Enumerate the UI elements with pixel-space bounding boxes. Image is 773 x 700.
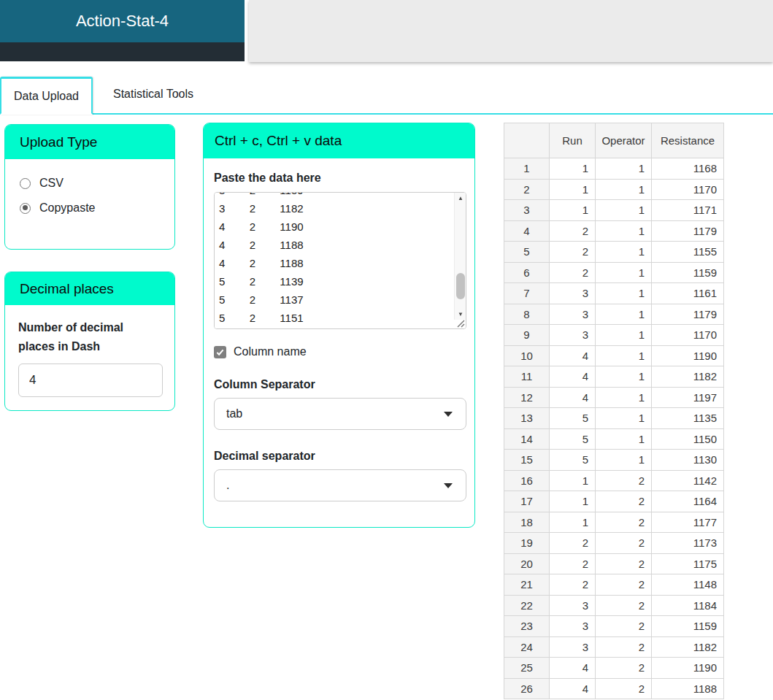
table-cell[interactable]: 1182 — [652, 636, 724, 658]
table-cell-index[interactable]: 17 — [504, 491, 550, 512]
table-cell[interactable]: 2 — [550, 553, 596, 574]
table-cell[interactable]: 1 — [596, 408, 652, 429]
table-cell[interactable]: 1188 — [652, 678, 724, 699]
table-cell[interactable]: 1197 — [652, 387, 724, 408]
table-cell[interactable]: 5 — [550, 428, 596, 450]
table-cell[interactable]: 3 — [550, 636, 596, 658]
table-cell[interactable]: 1 — [596, 262, 652, 283]
decimal-separator-dropdown[interactable]: . — [214, 469, 466, 501]
table-cell[interactable]: 1 — [596, 179, 652, 200]
table-cell[interactable]: 1 — [596, 242, 652, 263]
table-cell[interactable]: 2 — [596, 678, 652, 699]
table-cell[interactable]: 1 — [550, 470, 596, 491]
table-cell[interactable]: 3 — [550, 616, 596, 637]
table-cell[interactable]: 1168 — [652, 158, 724, 180]
table-cell-index[interactable]: 21 — [504, 574, 550, 596]
table-cell[interactable]: 2 — [596, 470, 652, 491]
table-cell[interactable]: 1 — [550, 200, 596, 221]
table-cell[interactable]: 1 — [596, 345, 652, 366]
table-cell[interactable]: 2 — [550, 242, 596, 263]
scrollbar-thumb[interactable] — [456, 273, 465, 299]
table-cell[interactable]: 1142 — [652, 470, 724, 491]
table-cell[interactable]: 1 — [596, 325, 652, 346]
column-separator-dropdown[interactable]: tab — [214, 398, 466, 430]
table-cell-index[interactable]: 18 — [504, 512, 550, 533]
table-cell[interactable]: 4 — [550, 345, 596, 366]
table-cell-index[interactable]: 11 — [504, 366, 550, 388]
table-cell-index[interactable]: 9 — [504, 325, 550, 346]
tab-statistical-tools[interactable]: Statistical Tools — [93, 75, 214, 113]
table-cell-index[interactable]: 25 — [504, 658, 550, 679]
table-cell-index[interactable]: 5 — [504, 242, 550, 263]
table-cell-index[interactable]: 16 — [504, 470, 550, 491]
table-cell-index[interactable]: 15 — [504, 450, 550, 471]
textarea-scrollbar[interactable]: ▲ ▼ — [454, 193, 466, 320]
table-cell[interactable]: 4 — [550, 658, 596, 679]
paste-data-textarea[interactable] — [214, 192, 466, 329]
table-cell[interactable]: 2 — [596, 533, 652, 554]
radio-button-copypaste-icon[interactable] — [20, 203, 31, 214]
table-cell[interactable]: 1 — [550, 179, 596, 200]
radio-button-csv-icon[interactable] — [20, 178, 31, 189]
table-cell-index[interactable]: 26 — [504, 678, 550, 699]
table-cell[interactable]: 1161 — [652, 283, 724, 304]
table-cell[interactable]: 4 — [550, 366, 596, 388]
table-cell[interactable]: 2 — [596, 636, 652, 658]
radio-option-copypaste[interactable]: Copypaste — [20, 201, 174, 215]
table-cell[interactable]: 1155 — [652, 242, 724, 263]
table-cell[interactable]: 1175 — [652, 553, 724, 574]
table-cell-index[interactable]: 10 — [504, 345, 550, 366]
table-cell-index[interactable]: 24 — [504, 636, 550, 658]
table-cell-index[interactable]: 6 — [504, 262, 550, 283]
table-cell[interactable]: 1148 — [652, 574, 724, 596]
scrollbar-up-icon[interactable]: ▲ — [455, 193, 466, 204]
table-cell[interactable]: 1171 — [652, 200, 724, 221]
table-cell[interactable]: 3 — [550, 595, 596, 616]
table-cell-index[interactable]: 7 — [504, 283, 550, 304]
table-cell[interactable]: 1 — [596, 200, 652, 221]
table-cell[interactable]: 1184 — [652, 595, 724, 616]
table-cell[interactable]: 2 — [596, 595, 652, 616]
table-cell[interactable]: 1190 — [652, 658, 724, 679]
table-cell[interactable]: 1 — [596, 387, 652, 408]
table-cell-index[interactable]: 13 — [504, 408, 550, 429]
table-cell[interactable]: 1190 — [652, 345, 724, 366]
table-cell-index[interactable]: 19 — [504, 533, 550, 554]
table-cell[interactable]: 1 — [596, 158, 652, 180]
table-cell[interactable]: 1 — [596, 283, 652, 304]
table-cell[interactable]: 1159 — [652, 616, 724, 637]
table-cell-index[interactable]: 20 — [504, 553, 550, 574]
table-cell[interactable]: 2 — [596, 616, 652, 637]
table-cell[interactable]: 4 — [550, 678, 596, 699]
table-cell[interactable]: 3 — [550, 283, 596, 304]
table-cell-index[interactable]: 8 — [504, 304, 550, 325]
resize-handle-icon[interactable] — [456, 319, 465, 328]
table-cell[interactable]: 1164 — [652, 491, 724, 512]
table-cell-index[interactable]: 14 — [504, 428, 550, 450]
table-cell[interactable]: 1159 — [652, 262, 724, 283]
table-cell-index[interactable]: 2 — [504, 179, 550, 200]
table-cell[interactable]: 1150 — [652, 428, 724, 450]
table-cell-index[interactable]: 12 — [504, 387, 550, 408]
table-cell[interactable]: 1 — [596, 304, 652, 325]
table-cell[interactable]: 1 — [550, 491, 596, 512]
column-name-checkbox[interactable] — [214, 346, 226, 358]
table-cell[interactable]: 1 — [596, 366, 652, 388]
table-cell-index[interactable]: 1 — [504, 158, 550, 180]
table-cell[interactable]: 1170 — [652, 179, 724, 200]
table-cell[interactable]: 1 — [596, 220, 652, 242]
table-cell[interactable]: 2 — [550, 262, 596, 283]
table-cell[interactable]: 2 — [550, 574, 596, 596]
table-cell-index[interactable]: 23 — [504, 616, 550, 637]
table-cell[interactable]: 1177 — [652, 512, 724, 533]
table-cell[interactable]: 2 — [596, 553, 652, 574]
table-cell[interactable]: 1 — [596, 428, 652, 450]
table-cell[interactable]: 1135 — [652, 408, 724, 429]
table-cell[interactable]: 1179 — [652, 220, 724, 242]
table-cell[interactable]: 2 — [596, 491, 652, 512]
scrollbar-down-icon[interactable]: ▼ — [455, 309, 466, 320]
column-name-checkbox-row[interactable]: Column name — [214, 345, 464, 358]
table-cell[interactable]: 1 — [596, 450, 652, 471]
table-cell[interactable]: 2 — [550, 533, 596, 554]
table-cell[interactable]: 2 — [596, 574, 652, 596]
